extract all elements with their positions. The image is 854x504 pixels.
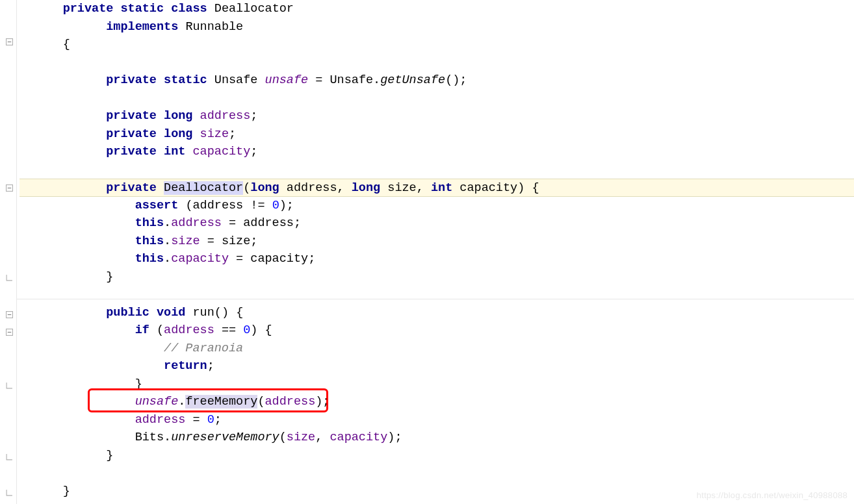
fold-end-icon[interactable] <box>5 381 13 389</box>
fold-end-icon[interactable] <box>5 273 13 281</box>
code-line[interactable]: } <box>19 268 854 286</box>
code-line[interactable]: private long size; <box>19 125 854 144</box>
code-line-highlighted[interactable]: private Deallocator(long address, long s… <box>19 179 854 197</box>
code-line[interactable]: this.address = address; <box>19 214 854 233</box>
selected-constructor: Deallocator <box>164 181 243 195</box>
gutter <box>0 0 17 504</box>
code-line[interactable]: private static class Deallocator <box>19 0 854 18</box>
comment-paranoia: // Paranoia <box>164 342 243 355</box>
fold-end-icon[interactable] <box>5 453 13 460</box>
code-line[interactable]: if (address == 0) { <box>19 321 854 340</box>
code-line[interactable]: private int capacity; <box>19 143 854 161</box>
keyword-static: static <box>120 2 164 16</box>
code-line[interactable] <box>19 54 854 72</box>
code-line[interactable]: implements Runnable <box>19 18 854 36</box>
code-line[interactable]: assert (address != 0); <box>19 197 854 215</box>
code-line[interactable]: // Paranoia <box>19 340 854 358</box>
keyword-private: private <box>63 2 114 16</box>
method-run: run <box>193 306 214 320</box>
field-size: size <box>200 127 229 141</box>
code-line[interactable]: private static Unsafe unsafe = Unsafe.ge… <box>19 71 854 90</box>
keyword-class: class <box>171 2 207 16</box>
code-line[interactable] <box>19 286 854 304</box>
code-line[interactable]: unsafe.freeMemory(address); <box>19 393 854 411</box>
watermark-text: https://blog.csdn.net/weixin_40988088 <box>697 490 848 500</box>
code-line[interactable] <box>19 464 854 483</box>
method-getUnsafe: getUnsafe <box>380 73 445 87</box>
class-name: Deallocator <box>214 2 294 16</box>
interface-name: Runnable <box>185 20 243 34</box>
method-unreserveMemory: unreserveMemory <box>171 431 279 444</box>
code-line[interactable]: public void run() { <box>19 304 854 322</box>
code-line[interactable]: this.capacity = capacity; <box>19 250 854 268</box>
field-capacity: capacity <box>192 145 250 158</box>
code-line[interactable]: private long address; <box>19 107 854 125</box>
keyword-implements: implements <box>106 20 178 34</box>
code-editor[interactable]: private static class Deallocator impleme… <box>0 0 854 504</box>
method-freeMemory: freeMemory <box>185 395 257 409</box>
code-area[interactable]: private static class Deallocator impleme… <box>17 0 854 504</box>
code-line[interactable]: Bits.unreserveMemory(size, capacity); <box>19 429 854 447</box>
code-line[interactable]: address = 0; <box>19 411 854 429</box>
fold-minus-icon[interactable] <box>5 310 13 318</box>
code-line[interactable]: this.size = size; <box>19 233 854 251</box>
code-line[interactable]: return; <box>19 357 854 375</box>
field-address: address <box>200 109 251 123</box>
field-unsafe: unsafe <box>265 73 309 87</box>
code-line[interactable] <box>19 90 854 108</box>
code-line[interactable]: } <box>19 447 854 465</box>
fold-minus-icon[interactable] <box>5 184 13 192</box>
fold-minus-icon[interactable] <box>5 328 13 336</box>
code-line[interactable] <box>19 161 854 179</box>
fold-minus-icon[interactable] <box>5 38 13 45</box>
code-line[interactable]: } <box>19 375 854 394</box>
code-line[interactable]: { <box>19 36 854 54</box>
fold-end-icon[interactable] <box>5 488 13 496</box>
